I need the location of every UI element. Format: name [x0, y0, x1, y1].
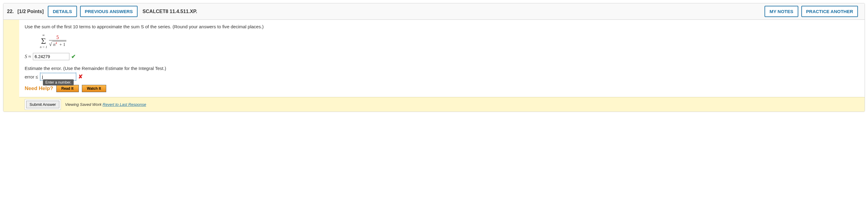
check-icon: ✔	[71, 53, 76, 60]
series-formula: ∞ Σ n = 1 5 √ n4 + 1	[40, 33, 859, 49]
fraction: 5 √ n4 + 1	[49, 35, 66, 48]
instruction-text: Use the sum of the first 10 terms to app…	[25, 24, 859, 29]
submit-wrap: Submit Answer	[25, 99, 61, 110]
error-tooltip: Enter a number.	[43, 80, 74, 86]
s-approx-input[interactable]	[33, 53, 69, 60]
error-instruction: Estimate the error. (Use the Remainder E…	[25, 66, 859, 71]
submit-answer-button[interactable]: Submit Answer	[26, 101, 59, 108]
question-number: 22.	[7, 9, 14, 14]
saved-work-text: Viewing Saved Work Revert to Last Respon…	[65, 102, 146, 107]
question-body: Use the sum of the first 10 terms to app…	[19, 20, 865, 112]
my-notes-button[interactable]: MY NOTES	[765, 6, 798, 17]
question-body-wrap: Use the sum of the first 10 terms to app…	[3, 20, 865, 112]
error-label: error ≤	[25, 74, 38, 80]
denominator: √ n4 + 1	[49, 40, 66, 48]
numerator: 5	[55, 35, 61, 40]
revert-link[interactable]: Revert to Last Response	[102, 102, 146, 107]
help-row: Need Help? Read It Watch It	[25, 85, 859, 92]
details-button[interactable]: DETAILS	[48, 6, 77, 17]
sigma-notation: ∞ Σ n = 1	[40, 33, 47, 49]
watch-it-button[interactable]: Watch It	[82, 85, 106, 92]
read-it-button[interactable]: Read It	[56, 85, 79, 92]
answer-row-1: S ≈ ✔	[25, 53, 859, 60]
question-header: 22. [1/2 Points] DETAILS PREVIOUS ANSWER…	[3, 3, 865, 20]
sigma-symbol: Σ	[41, 37, 46, 45]
s-approx-label: S ≈	[25, 54, 31, 59]
x-icon: ✘	[78, 73, 83, 80]
footer-band: Submit Answer Viewing Saved Work Revert …	[19, 97, 865, 112]
need-help-label: Need Help?	[25, 86, 53, 92]
points-label: [1/2 Points]	[17, 9, 43, 14]
question-reference: SCALCET8 11.4.511.XP.	[143, 9, 197, 14]
sigma-lower: n = 1	[40, 45, 47, 49]
practice-another-button[interactable]: PRACTICE ANOTHER	[801, 6, 858, 17]
side-accent	[3, 20, 19, 112]
question-container: 22. [1/2 Points] DETAILS PREVIOUS ANSWER…	[3, 3, 865, 112]
answer-row-2: error ≤ ✘ Enter a number.	[25, 73, 859, 81]
previous-answers-button[interactable]: PREVIOUS ANSWERS	[80, 6, 138, 17]
